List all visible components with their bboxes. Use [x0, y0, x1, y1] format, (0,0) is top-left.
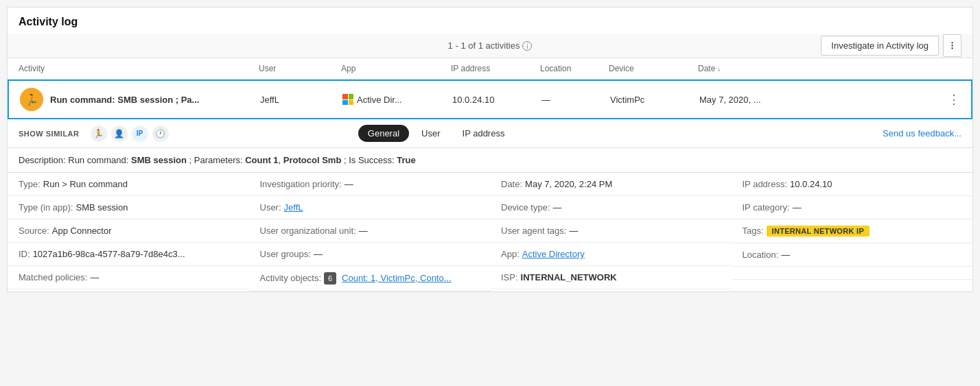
similar-run-icon[interactable]: 🏃 — [91, 125, 107, 142]
tab-user[interactable]: User — [412, 125, 450, 142]
tabs: General User IP address — [358, 125, 515, 142]
windows-icon — [342, 94, 353, 105]
similar-user-icon[interactable]: 👤 — [111, 125, 128, 142]
label-tags: Tags: — [743, 226, 764, 236]
value-investigation-priority: — — [345, 179, 353, 189]
detail-isp: ISP: INTERNAL_NETWORK — [490, 266, 732, 289]
detail-type-in-app: Type (in app): SMB session — [8, 196, 249, 219]
row-activity-cell: 🏃 Run command: SMB session ; Pa... — [20, 88, 260, 111]
date-text: May 7, 2020, ... — [699, 95, 761, 105]
detail-id: ID: 1027a1b6-98ca-4577-8a79-7d8e4c3... — [8, 243, 249, 266]
label-type-in-app: Type (in app): — [19, 202, 73, 213]
row-device-cell: VictimPc — [610, 95, 699, 105]
toolbar-right: Investigate in Activity log ⁝ — [821, 34, 961, 57]
tab-ip-address[interactable]: IP address — [453, 125, 515, 142]
activity-log-panel: Activity log 1 - 1 of 1 activities i Inv… — [7, 7, 973, 292]
detail-col1: Type: Run > Run command Type (in app): S… — [8, 173, 249, 291]
label-activity-objects: Activity objects: — [260, 273, 322, 283]
label-device-type: Device type: — [501, 202, 550, 213]
label-investigation-priority: Investigation priority: — [260, 179, 342, 189]
similar-icons: 🏃 👤 IP 🕐 — [91, 125, 169, 142]
value-user-org-unit: — — [359, 226, 368, 236]
value-ip-address: 10.0.24.10 — [790, 179, 832, 189]
value-user-agent-tags: — — [569, 226, 578, 236]
feedback-link[interactable]: Send us feedback... — [883, 128, 961, 138]
label-id: ID: — [19, 249, 30, 259]
label-type: Type: — [19, 179, 40, 189]
desc-bold4: True — [397, 155, 415, 165]
activity-objects-badge: 6 — [324, 272, 336, 285]
value-isp: INTERNAL_NETWORK — [521, 272, 617, 282]
desc-bold3: Protocol Smb — [283, 155, 342, 165]
value-type: Run > Run command — [43, 179, 128, 189]
detail-ip-address: IP address: 10.0.24.10 — [732, 173, 973, 196]
page-title: Activity log — [8, 8, 972, 34]
investigate-button[interactable]: Investigate in Activity log — [821, 36, 939, 56]
win-quad-2 — [349, 94, 354, 99]
detail-user-org-unit: User organizational unit: — — [249, 219, 491, 243]
description-row: Description: Run command: SMB session ; … — [8, 148, 972, 173]
detail-user-groups: User groups: — — [249, 243, 491, 266]
detail-bar: SHOW SIMILAR 🏃 👤 IP 🕐 General User IP ad… — [8, 119, 972, 148]
detail-type: Type: Run > Run command — [8, 173, 249, 196]
activity-count: 1 - 1 of 1 activities — [448, 40, 520, 51]
detail-activity-objects: Activity objects: 6 Count: 1, VictimPc, … — [249, 266, 491, 291]
win-quad-1 — [342, 94, 348, 99]
info-icon[interactable]: i — [522, 41, 532, 51]
label-isp: ISP: — [501, 272, 518, 282]
row-user-cell: JeffL — [260, 95, 342, 105]
value-activity-objects[interactable]: Count: 1, VictimPc, Conto... — [342, 273, 451, 283]
value-ip-category: — — [793, 202, 802, 213]
label-user-agent-tags: User agent tags: — [501, 226, 566, 236]
tag-internal-network-ip: INTERNAL NETWORK IP — [767, 226, 870, 237]
label-user: User: — [260, 202, 281, 213]
detail-empty — [732, 267, 973, 280]
similar-time-icon[interactable]: 🕐 — [152, 125, 169, 142]
desc-mid1: ; Parameters: — [187, 155, 245, 165]
value-app[interactable]: Active Directory — [522, 249, 585, 259]
table-header: Activity User App IP address Location De… — [8, 58, 972, 80]
detail-user-agent-tags: User agent tags: — — [490, 219, 732, 243]
label-date: Date: — [501, 179, 522, 189]
win-quad-4 — [349, 100, 354, 106]
more-options-button[interactable]: ⁝ — [943, 34, 961, 57]
col-user: User — [259, 64, 341, 73]
win-quad-3 — [342, 100, 348, 106]
detail-device-type: Device type: — — [490, 196, 732, 219]
detail-source: Source: App Connector — [8, 219, 249, 243]
detail-matched-policies: Matched policies: — — [8, 266, 249, 289]
value-matched-policies: — — [90, 272, 99, 282]
detail-grid: Type: Run > Run command Type (in app): S… — [8, 173, 972, 291]
label-app: App: — [501, 249, 520, 259]
row-more-button[interactable]: ⋮ — [948, 92, 960, 107]
label-location: Location: — [743, 250, 779, 260]
detail-ip-category: IP category: — — [732, 196, 973, 219]
desc-mid2: ; Is Success: — [341, 155, 397, 165]
similar-ip-icon[interactable]: IP — [132, 125, 148, 142]
col-device: Device — [609, 64, 698, 73]
label-matched-policies: Matched policies: — [19, 272, 87, 282]
tab-general[interactable]: General — [358, 125, 409, 142]
detail-col4: IP address: 10.0.24.10 IP category: — Ta… — [732, 173, 973, 291]
detail-app: App: Active Directory — [490, 243, 732, 266]
detail-date: Date: May 7, 2020, 2:24 PM — [490, 173, 732, 196]
detail-col3: Date: May 7, 2020, 2:24 PM Device type: … — [490, 173, 732, 291]
table-row[interactable]: 🏃 Run command: SMB session ; Pa... JeffL… — [8, 80, 972, 119]
app-name: Active Dir... — [357, 95, 402, 105]
row-ip-cell: 10.0.24.10 — [452, 95, 541, 105]
label-ip-address: IP address: — [743, 179, 788, 189]
desc-comma: , — [279, 155, 283, 165]
col-date[interactable]: Date — [698, 64, 961, 73]
detail-investigation-priority: Investigation priority: — — [249, 173, 491, 196]
label-user-org-unit: User organizational unit: — [260, 226, 356, 236]
activity-text: Run command: SMB session ; Pa... — [50, 95, 199, 105]
detail-col2: Investigation priority: — User: JeffL Us… — [249, 173, 491, 291]
value-user-groups: — — [314, 249, 323, 259]
show-similar-label: SHOW SIMILAR — [19, 130, 80, 138]
row-date-cell: May 7, 2020, ... ⋮ — [699, 92, 960, 107]
value-source: App Connector — [52, 226, 112, 236]
value-user[interactable]: JeffL — [284, 202, 303, 213]
row-app-cell: Active Dir... — [342, 94, 452, 105]
value-device-type: — — [553, 202, 562, 213]
row-location-cell: — — [541, 95, 610, 105]
